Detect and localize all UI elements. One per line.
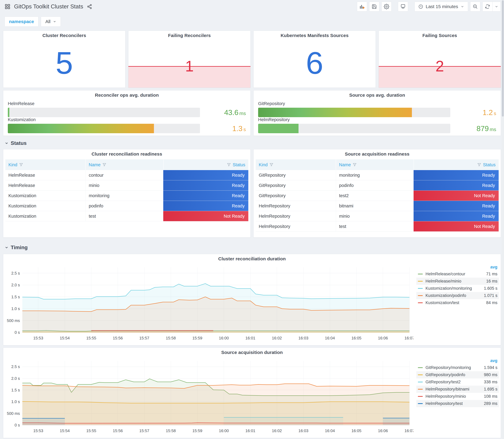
table-row[interactable]: HelmReleasecontourReady (5, 170, 248, 180)
refresh-button[interactable] (482, 2, 492, 12)
svg-text:1.0 s: 1.0 s (11, 399, 20, 404)
page-scrollbar[interactable] (502, 0, 504, 439)
table-panel-title: Source acquisition readiness (254, 149, 501, 159)
filter-funnel-icon[interactable] (227, 163, 231, 167)
section-status[interactable]: Status (5, 140, 27, 146)
time-series-plot[interactable]: 0 s500 ms1.0 s1.5 s2.0 s2.5 s15:5315:541… (3, 356, 413, 437)
cell-status: Ready (414, 211, 499, 221)
cell-status: Ready (163, 191, 248, 201)
legend-avg-header[interactable]: avg (416, 357, 499, 364)
svg-text:16:00: 16:00 (219, 428, 229, 433)
legend-item-gitrepository-podinfo[interactable]: GitRepository/podinfo980 ms (416, 371, 499, 378)
filter-funnel-icon[interactable] (102, 163, 106, 167)
gauge-label: HelmRepository (258, 117, 496, 122)
column-header-status[interactable]: Status (164, 159, 248, 170)
chart-panel-cluster-reconciliation-duration: Cluster reconciliation duration 0 s500 m… (3, 254, 501, 345)
chart-title: Source acquisition duration (3, 348, 501, 357)
legend-item-kustomization-monitoring[interactable]: Kustomization/monitoring1.605 s (416, 285, 499, 292)
refresh-interval-dropdown[interactable] (492, 2, 501, 12)
svg-text:16:03: 16:03 (298, 428, 308, 433)
table-row[interactable]: KustomizationtestNot Ready (5, 211, 248, 221)
cell-kind: HelmRepository (256, 201, 336, 211)
svg-text:15:58: 15:58 (166, 336, 176, 340)
dashboard-settings-button[interactable] (381, 2, 392, 12)
legend-item-helmrepository-bitnami[interactable]: HelmRepository/bitnami1.695 s (416, 386, 499, 393)
table-row[interactable]: KustomizationpodinfoReady (5, 201, 248, 211)
legend-item-gitrepository-test2[interactable]: GitRepository/test2338 ms (416, 378, 499, 386)
gauge-body: HelmRelease43.6msKustomization1.3s (8, 101, 246, 133)
legend-series-avg: 1.605 s (484, 286, 497, 291)
gauge-panel-title: Source ops avg. duration (254, 90, 501, 100)
legend-series-avg: 84 ms (486, 300, 497, 305)
section-timing[interactable]: Timing (5, 244, 28, 250)
column-header-name[interactable]: Name (86, 159, 163, 170)
stat-panel-cluster-reconcilers: Cluster Reconcilers5 (3, 31, 125, 88)
svg-text:15:58: 15:58 (166, 428, 176, 433)
svg-text:16:03: 16:03 (298, 336, 308, 340)
save-dashboard-button[interactable] (369, 2, 379, 12)
scrollbar-thumb[interactable] (502, 0, 504, 117)
chart-title: Cluster reconciliation duration (3, 254, 501, 264)
svg-text:1.5 s: 1.5 s (11, 295, 20, 299)
gauge-label: GitRepository (258, 101, 496, 106)
legend-item-helmrelease-minio[interactable]: HelmRelease/minio16 ms (416, 278, 499, 285)
legend-item-helmrepository-minio[interactable]: HelmRepository/minio108 ms (416, 393, 499, 400)
table-row[interactable]: HelmRepositorybitnamiReady (256, 201, 499, 211)
svg-text:15:56: 15:56 (113, 428, 123, 433)
filter-funnel-icon[interactable] (353, 163, 357, 167)
column-header-kind[interactable]: Kind (5, 159, 85, 170)
filter-funnel-icon[interactable] (270, 163, 273, 167)
svg-text:2.0 s: 2.0 s (11, 376, 20, 381)
table-row[interactable]: GitRepositorytest2Not Ready (256, 191, 499, 201)
legend-item-helmrepository-test[interactable]: HelmRepository/test289 ms (416, 400, 499, 407)
legend-item-helmrelease-contour[interactable]: HelmRelease/contour71 ms (416, 270, 499, 278)
stat-panel-kubernetes-manifests-sources: Kubernetes Manifests Sources6 (253, 31, 376, 88)
legend-avg-header[interactable]: avg (416, 264, 499, 270)
cell-status: Ready (414, 180, 499, 190)
svg-text:16:01: 16:01 (246, 336, 255, 340)
cell-name: minio (336, 211, 414, 221)
cycle-view-mode-button[interactable] (398, 2, 408, 12)
svg-text:15:59: 15:59 (192, 428, 202, 433)
cell-kind: GitRepository (256, 180, 336, 190)
share-icon[interactable] (87, 4, 92, 9)
svg-text:1.5 s: 1.5 s (11, 388, 20, 392)
table-row[interactable]: HelmRepositorytestNot Ready (256, 221, 499, 232)
cell-kind: HelmRepository (256, 221, 336, 232)
table-row[interactable]: GitRepositorymonitoringReady (256, 170, 499, 180)
table-panel-title: Cluster reconciliation readiness (3, 149, 250, 159)
legend-item-gitrepository-monitoring[interactable]: GitRepository/monitoring1.594 s (416, 364, 499, 371)
legend-series-name: GitRepository/test2 (426, 380, 484, 384)
column-header-status[interactable]: Status (414, 159, 499, 170)
cell-kind: Kustomization (5, 211, 86, 221)
gauge-value: 43.6ms (200, 108, 246, 117)
time-series-plot[interactable]: 0 s500 ms1.0 s1.5 s2.0 s2.5 s15:5315:541… (3, 263, 413, 345)
table-row[interactable]: HelmReleaseminioReady (5, 180, 248, 191)
zoom-out-time-button[interactable] (470, 2, 480, 12)
gauge-fill (258, 124, 298, 133)
column-header-name[interactable]: Name (336, 159, 414, 170)
cell-kind: Kustomization (5, 201, 86, 211)
gauge-value: 1.3s (200, 124, 246, 133)
add-panel-button[interactable] (357, 2, 367, 12)
dashboard-grid-icon[interactable] (5, 4, 10, 10)
chevron-down-icon (495, 5, 498, 8)
stat-value: 5 (3, 47, 125, 78)
variable-namespace-value-dropdown[interactable]: All (41, 16, 61, 27)
legend-series-color (418, 367, 423, 368)
legend-series-avg: 980 ms (484, 372, 497, 377)
table-row[interactable]: GitRepositorypodinfoReady (256, 180, 499, 191)
column-header-kind[interactable]: Kind (256, 159, 336, 170)
filter-funnel-icon[interactable] (19, 163, 23, 167)
legend-item-kustomization-test[interactable]: Kustomization/test84 ms (416, 299, 499, 306)
legend-series-color (418, 375, 423, 375)
legend-series-name: Kustomization/monitoring (426, 286, 484, 291)
time-range-picker[interactable]: Last 15 minutes (415, 2, 468, 12)
legend-series-avg: 1.071 s (484, 293, 497, 298)
table-row[interactable]: HelmRepositoryminioReady (256, 211, 499, 221)
legend-series-color (418, 396, 423, 397)
table-row[interactable]: KustomizationmonitoringReady (5, 191, 248, 201)
filter-funnel-icon[interactable] (477, 163, 481, 167)
cell-name: bitnami (336, 201, 414, 211)
legend-item-kustomization-podinfo[interactable]: Kustomization/podinfo1.071 s (416, 292, 499, 299)
